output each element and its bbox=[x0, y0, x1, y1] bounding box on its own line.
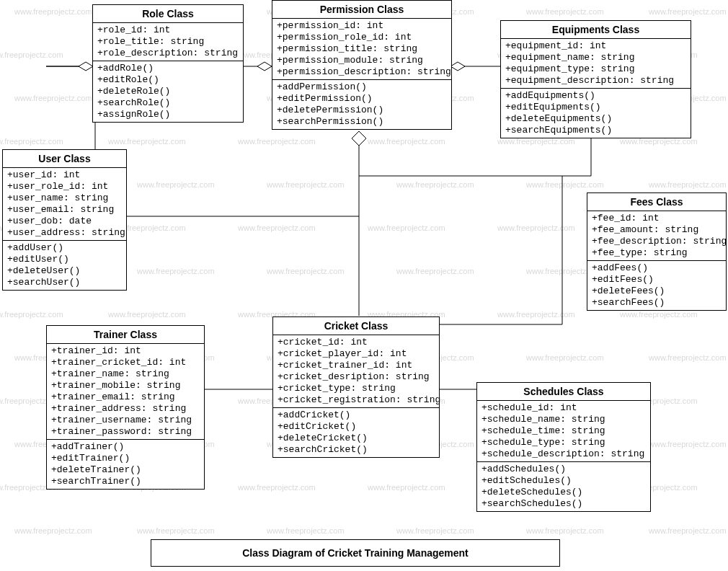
uml-row: +assignRole() bbox=[97, 109, 239, 120]
uml-row: +addRole() bbox=[97, 63, 239, 74]
class-fees: Fees Class +fee_id: int+fee_amount: stri… bbox=[587, 192, 727, 311]
uml-row: +searchSchedules() bbox=[481, 498, 646, 510]
uml-row: +searchEquipments() bbox=[505, 125, 686, 136]
watermark-text: www.freeprojectz.com bbox=[137, 267, 215, 275]
uml-row: +trainer_password: string bbox=[51, 426, 200, 438]
class-schedules: Schedules Class +schedule_id: int+schedu… bbox=[476, 382, 651, 512]
uml-row: +equipment_name: string bbox=[505, 52, 686, 63]
watermark-text: www.freeprojectz.com bbox=[526, 7, 604, 16]
uml-row: +addUser() bbox=[7, 242, 122, 254]
uml-row: +equipment_id: int bbox=[505, 40, 686, 52]
watermark-text: www.freeprojectz.com bbox=[368, 137, 445, 146]
uml-row: +schedule_type: string bbox=[481, 437, 646, 448]
uml-row: +user_role_id: int bbox=[7, 181, 122, 192]
class-role: Role Class +role_id: int+role_title: str… bbox=[92, 4, 244, 123]
uml-row: +searchRole() bbox=[97, 97, 239, 109]
attrs-section: +fee_id: int+fee_amount: string+fee_desc… bbox=[587, 211, 726, 261]
uml-row: +editEquipments() bbox=[505, 102, 686, 113]
uml-row: +fee_type: string bbox=[592, 247, 722, 259]
uml-row: +editUser() bbox=[7, 254, 122, 265]
attrs-section: +trainer_id: int+trainer_cricket_id: int… bbox=[47, 344, 204, 440]
uml-row: +schedule_id: int bbox=[481, 402, 646, 414]
uml-row: +permission_title: string bbox=[277, 43, 447, 55]
uml-row: +cricket_desription: string bbox=[278, 371, 435, 383]
class-title: Equipments Class bbox=[501, 21, 691, 39]
watermark-text: www.freeprojectz.com bbox=[238, 137, 316, 146]
uml-row: +user_name: string bbox=[7, 192, 122, 204]
svg-marker-5 bbox=[257, 62, 272, 71]
uml-row: +searchCricket() bbox=[278, 444, 435, 456]
uml-row: +editPermission() bbox=[277, 93, 447, 105]
ops-section: +addFees()+editFees()+deleteFees()+searc… bbox=[587, 261, 726, 310]
watermark-text: www.freeprojectz.com bbox=[137, 180, 215, 189]
uml-row: +deleteTrainer() bbox=[51, 464, 200, 476]
uml-row: +cricket_type: string bbox=[278, 383, 435, 394]
uml-row: +searchUser() bbox=[7, 277, 122, 288]
watermark-text: www.freeprojectz.com bbox=[137, 526, 215, 535]
uml-row: +editTrainer() bbox=[51, 453, 200, 464]
uml-row: +fee_id: int bbox=[592, 213, 722, 224]
uml-row: +user_address: string bbox=[7, 227, 122, 239]
uml-row: +user_email: string bbox=[7, 204, 122, 216]
uml-row: +addEquipments() bbox=[505, 90, 686, 102]
uml-row: +searchPermission() bbox=[277, 116, 447, 128]
uml-row: +trainer_email: string bbox=[51, 391, 200, 403]
class-title: Trainer Class bbox=[47, 326, 204, 344]
caption-text: Class Diagram of Cricket Training Manage… bbox=[242, 547, 469, 559]
uml-row: +addFees() bbox=[592, 262, 722, 274]
watermark-text: www.freeprojectz.com bbox=[0, 137, 63, 146]
watermark-text: www.freeprojectz.com bbox=[649, 353, 727, 362]
watermark-text: www.freeprojectz.com bbox=[14, 7, 92, 16]
class-title: Fees Class bbox=[587, 193, 726, 211]
watermark-text: www.freeprojectz.com bbox=[0, 310, 63, 319]
attrs-section: +permission_id: int+permission_role_id: … bbox=[272, 19, 451, 80]
uml-row: +permission_module: string bbox=[277, 55, 447, 66]
ops-section: +addPermission()+editPermission()+delete… bbox=[272, 80, 451, 129]
uml-row: +addSchedules() bbox=[481, 464, 646, 475]
uml-row: +searchTrainer() bbox=[51, 476, 200, 487]
uml-row: +equipment_type: string bbox=[505, 63, 686, 75]
watermark-text: www.freeprojectz.com bbox=[649, 526, 727, 535]
uml-row: +deleteEquipments() bbox=[505, 113, 686, 125]
class-user: User Class +user_id: int+user_role_id: i… bbox=[2, 149, 127, 291]
watermark-text: www.freeprojectz.com bbox=[267, 180, 345, 189]
class-title: Permission Class bbox=[272, 1, 451, 19]
uml-row: +deleteRole() bbox=[97, 86, 239, 97]
watermark-text: www.freeprojectz.com bbox=[620, 310, 698, 319]
watermark-text: www.freeprojectz.com bbox=[238, 223, 316, 232]
attrs-section: +user_id: int+user_role_id: int+user_nam… bbox=[3, 168, 126, 241]
class-permission: Permission Class +permission_id: int+per… bbox=[272, 0, 452, 130]
watermark-text: www.freeprojectz.com bbox=[108, 137, 186, 146]
ops-section: +addCricket()+editCricket()+deleteCricke… bbox=[273, 408, 439, 457]
watermark-text: www.freeprojectz.com bbox=[368, 223, 445, 232]
ops-section: +addSchedules()+editSchedules()+deleteSc… bbox=[477, 462, 650, 511]
watermark-text: www.freeprojectz.com bbox=[14, 94, 92, 102]
uml-row: +user_dob: date bbox=[7, 216, 122, 227]
ops-section: +addRole()+editRole()+deleteRole()+searc… bbox=[93, 61, 243, 122]
uml-row: +fee_amount: string bbox=[592, 224, 722, 236]
uml-row: +user_id: int bbox=[7, 169, 122, 181]
watermark-text: www.freeprojectz.com bbox=[497, 310, 575, 319]
uml-row: +trainer_mobile: string bbox=[51, 380, 200, 391]
watermark-text: www.freeprojectz.com bbox=[368, 483, 445, 492]
uml-row: +schedule_name: string bbox=[481, 414, 646, 425]
uml-row: +trainer_username: string bbox=[51, 415, 200, 426]
uml-row: +trainer_cricket_id: int bbox=[51, 357, 200, 368]
uml-row: +trainer_id: int bbox=[51, 345, 200, 357]
class-title: Cricket Class bbox=[273, 317, 439, 335]
attrs-section: +role_id: int+role_title: string+role_de… bbox=[93, 23, 243, 61]
uml-row: +trainer_address: string bbox=[51, 403, 200, 415]
attrs-section: +cricket_id: int+cricket_player_id: int+… bbox=[273, 335, 439, 408]
watermark-text: www.freeprojectz.com bbox=[649, 440, 727, 448]
uml-row: +deleteFees() bbox=[592, 286, 722, 297]
uml-row: +editSchedules() bbox=[481, 475, 646, 487]
uml-row: +fee_description: string bbox=[592, 236, 722, 247]
watermark-text: www.freeprojectz.com bbox=[497, 223, 575, 232]
watermark-text: www.freeprojectz.com bbox=[267, 526, 345, 535]
svg-marker-3 bbox=[79, 62, 93, 71]
watermark-text: www.freeprojectz.com bbox=[0, 50, 63, 59]
uml-row: +role_id: int bbox=[97, 25, 239, 36]
ops-section: +addUser()+editUser()+deleteUser()+searc… bbox=[3, 241, 126, 290]
watermark-text: www.freeprojectz.com bbox=[108, 310, 186, 319]
class-title: Role Class bbox=[93, 5, 243, 23]
